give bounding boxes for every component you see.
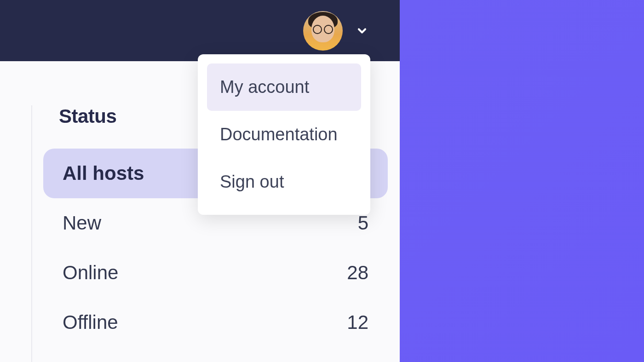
user-dropdown-menu: My account Documentation Sign out <box>198 54 370 215</box>
status-item-label: Offline <box>63 311 118 333</box>
status-item-count: 28 <box>347 262 368 284</box>
right-gradient-panel <box>400 0 644 362</box>
status-item-online[interactable]: Online 28 <box>43 248 388 298</box>
status-item-label: All hosts <box>63 162 144 184</box>
status-item-label: Online <box>63 262 118 284</box>
app-panel: Status All hosts New 5 Online 28 Offline… <box>0 0 400 362</box>
dropdown-item-sign-out[interactable]: Sign out <box>207 158 361 206</box>
status-item-label: New <box>63 212 101 234</box>
status-item-count: 5 <box>358 212 368 234</box>
status-item-offline[interactable]: Offline 12 <box>43 298 388 347</box>
dropdown-item-my-account[interactable]: My account <box>207 63 361 111</box>
dropdown-item-documentation[interactable]: Documentation <box>207 111 361 158</box>
status-item-mia[interactable]: MIA <box>43 347 388 362</box>
chevron-down-icon[interactable] <box>356 24 368 37</box>
user-avatar[interactable] <box>303 11 343 51</box>
divider <box>31 105 32 362</box>
status-item-count: 12 <box>347 311 368 333</box>
top-bar <box>0 0 400 61</box>
